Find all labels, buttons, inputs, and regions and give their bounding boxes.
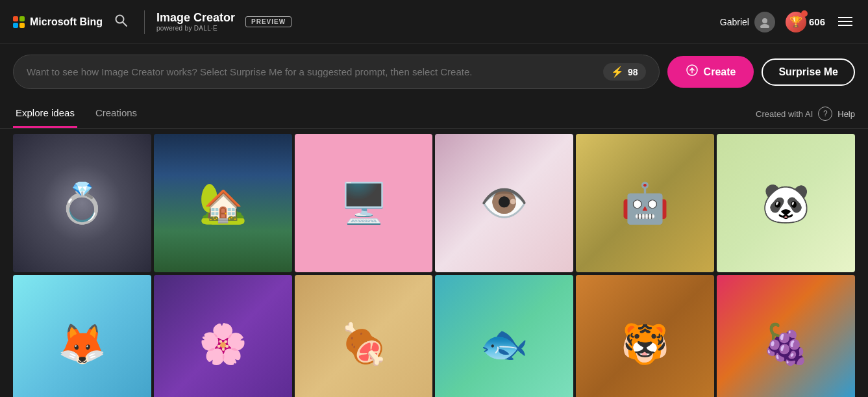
list-item[interactable] [435, 275, 573, 397]
svg-point-2 [762, 18, 767, 23]
header-left: Microsoft Bing Image Creator powered by … [13, 10, 291, 34]
tabs-section: Explore ideas Creations Created with AI … [0, 99, 868, 129]
list-item[interactable] [717, 275, 855, 397]
help-label[interactable]: Help [837, 109, 855, 119]
image-placeholder [717, 275, 855, 397]
list-item[interactable] [295, 275, 433, 397]
list-item[interactable] [576, 275, 714, 397]
coin-count: 606 [809, 16, 825, 27]
user-name: Gabriel [720, 17, 749, 27]
boost-badge: ⚡ 98 [603, 63, 646, 81]
coin-icon: 🏆 [786, 12, 806, 32]
image-placeholder [435, 134, 573, 272]
create-button[interactable]: Create [667, 56, 754, 88]
search-input[interactable] [27, 66, 597, 77]
list-item[interactable] [13, 275, 151, 397]
avatar [754, 12, 775, 32]
list-item[interactable] [295, 134, 433, 272]
header: Microsoft Bing Image Creator powered by … [0, 0, 868, 44]
image-creator-brand: Image Creator powered by DALL·E [156, 11, 235, 33]
image-placeholder [154, 134, 292, 272]
bing-logo[interactable]: Microsoft Bing [13, 16, 103, 28]
hamburger-menu-icon[interactable] [836, 11, 855, 33]
create-icon [686, 64, 699, 80]
create-label: Create [704, 66, 736, 78]
tab-explore-ideas[interactable]: Explore ideas [13, 99, 77, 128]
list-item[interactable] [154, 275, 292, 397]
preview-badge: PREVIEW [245, 16, 291, 27]
image-placeholder [717, 134, 855, 272]
page-title: Image Creator [156, 11, 235, 25]
tabs-left: Explore ideas Creations [13, 99, 155, 128]
bing-logo-text: Microsoft Bing [30, 16, 103, 28]
image-placeholder [576, 134, 714, 272]
header-divider [144, 10, 145, 34]
tabs-right: Created with AI ? Help [756, 107, 855, 121]
list-item[interactable] [154, 134, 292, 272]
image-placeholder [435, 275, 573, 397]
help-icon[interactable]: ? [818, 107, 832, 121]
page-subtitle: powered by DALL·E [156, 25, 235, 32]
svg-point-3 [760, 24, 769, 28]
surprise-label: Surprise Me [778, 66, 838, 77]
search-icon[interactable] [109, 11, 132, 32]
svg-line-1 [123, 22, 127, 26]
search-section: ⚡ 98 Create Surprise Me [0, 44, 868, 99]
image-placeholder [154, 275, 292, 397]
header-right: Gabriel 🏆 606 [720, 11, 855, 33]
boost-icon: ⚡ [611, 66, 624, 78]
coins-section[interactable]: 🏆 606 [786, 12, 825, 32]
boost-count: 98 [628, 67, 638, 77]
bing-logo-icon [13, 16, 25, 28]
image-placeholder [295, 275, 433, 397]
surprise-button[interactable]: Surprise Me [762, 58, 855, 86]
image-placeholder [295, 134, 433, 272]
notification-dot [801, 10, 808, 17]
image-grid [0, 129, 868, 397]
list-item[interactable] [435, 134, 573, 272]
image-placeholder [13, 275, 151, 397]
image-placeholder [576, 275, 714, 397]
search-bar[interactable]: ⚡ 98 [13, 55, 660, 89]
created-with-ai-label: Created with AI [756, 109, 813, 119]
image-placeholder [13, 134, 151, 272]
list-item[interactable] [576, 134, 714, 272]
user-section[interactable]: Gabriel [720, 12, 775, 32]
list-item[interactable] [717, 134, 855, 272]
list-item[interactable] [13, 134, 151, 272]
tab-creations[interactable]: Creations [93, 99, 140, 128]
